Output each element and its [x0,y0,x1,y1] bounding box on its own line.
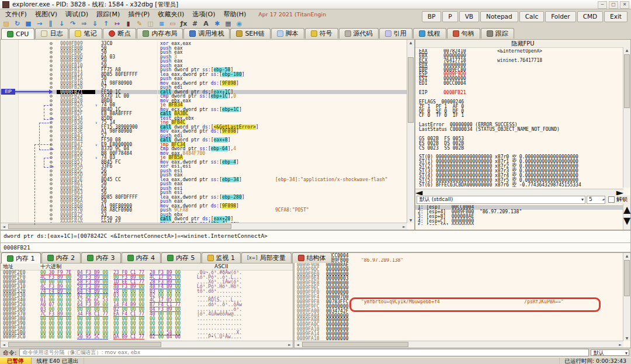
breakpoint-gutter[interactable] [1,81,57,86]
database-icon[interactable]: ◫ [146,19,155,28]
register-line[interactable]: LastStatus C0000034 (STATUS_OBJECT_NAME_… [419,127,622,132]
tab-handles[interactable]: 句柄 [447,28,480,39]
animate-over-icon[interactable]: ⇓ [91,19,99,28]
scroll-left-icon[interactable]: ◄ [1,224,7,228]
quick-button-p[interactable]: P [442,11,457,22]
disasm-vertical-scrollbar[interactable]: ▲ ▼ [407,40,414,223]
scroll-down-icon[interactable]: ▼ [623,335,630,341]
menu-item[interactable]: 调试(D) [61,10,92,19]
calculator-icon[interactable]: ▦ [224,19,233,28]
quick-button-calc[interactable]: Calc [519,11,544,22]
tab-watch1[interactable]: 监视 1 [202,252,241,263]
menu-item[interactable]: 收藏夹(I) [154,10,188,19]
tab-trace[interactable]: 跟踪 [481,28,514,39]
animate-into-icon[interactable]: ⇒ [79,19,88,28]
breakpoint-dot-icon[interactable] [50,86,53,89]
tab-references[interactable]: 引用 [379,28,412,39]
scroll-down-icon[interactable]: ▼ [407,217,414,223]
pause-icon[interactable]: ∥ [46,19,55,28]
stop-icon[interactable]: ■ [24,19,33,28]
stack-horizontal-scrollbar[interactable]: ◄ ► [294,341,623,348]
scroll-thumb[interactable] [302,342,408,347]
quick-button-exit[interactable]: Exit [604,11,627,22]
dump-horizontal-scrollbar[interactable]: ◄ ► [1,341,293,348]
register-line[interactable]: EIP0008FB21 [419,91,622,95]
breakpoint-gutter[interactable] [1,59,57,64]
breakpoint-gutter[interactable] [1,46,57,51]
tab-dump4[interactable]: 内存 4 [122,252,161,263]
menu-item[interactable]: 文件(F) [1,10,31,19]
memory-dump-panel[interactable]: 地址 十六进制 ASCII 00B9F2E000 30 F9 7E04 F3 B… [0,263,293,348]
trace-into-icon[interactable]: ↑ [102,19,110,28]
tab-struct[interactable]: 结构体 [292,252,332,263]
quick-button-cmd[interactable]: CMD [577,11,603,22]
close-icon[interactable]: ✕ [620,1,629,9]
maximize-icon[interactable]: ▢ [609,1,618,9]
registers-vertical-scrollbar[interactable]: ▲ [623,47,630,188]
patch-icon[interactable]: ✎ [135,19,144,28]
register-line[interactable]: EDI00CC0004 [419,81,622,86]
breakpoint-gutter[interactable] [1,55,57,60]
tab-notes[interactable]: 笔记 [69,28,102,39]
scroll-down-icon[interactable]: ▼ [623,215,630,226]
argument-count-stepper[interactable]: 5 [587,196,605,204]
scroll-up-icon[interactable]: ▲ [623,253,630,259]
quick-button-folder[interactable]: Folder [545,11,575,22]
tab-locals[interactable]: [x=]局部变量 [241,252,292,263]
scroll-right-icon[interactable]: ► [401,224,407,228]
eraser-icon[interactable]: ▭ [168,19,177,28]
disasm-horizontal-scrollbar[interactable]: ◄ ► [1,223,407,230]
tab-log[interactable]: 日志 [35,28,68,39]
memory-book-icon[interactable]: ▮ [124,19,133,28]
stack-view-icon[interactable]: ≡ [157,19,166,28]
tab-dump3[interactable]: 内存 3 [81,252,121,263]
menu-item[interactable]: 插件(P) [124,10,154,19]
tab-script[interactable]: 脚本 [271,28,304,39]
tab-dump5[interactable]: 内存 5 [161,252,201,263]
quick-button-bp[interactable]: BP [422,11,442,22]
stack-panel[interactable]: 00B9F9D000CC000400B9F9D400B9FB00"86.97.2… [294,252,631,348]
help-lamp-icon[interactable]: ◉ [235,19,244,28]
unlock-checkbox[interactable] [608,196,615,203]
breakpoint-gutter[interactable] [1,77,57,81]
font-size-icon[interactable]: A [202,19,210,28]
scroll-up-icon[interactable]: ▲ [623,47,630,53]
breakpoint-gutter[interactable] [1,64,57,68]
command-mode-select[interactable]: 默认 [591,349,629,356]
disassembly-panel[interactable]: ► ► ► EIP 0008FB0933C0xor eax,eax0008FB0… [0,39,415,230]
step-over-icon[interactable]: ↷ [68,19,77,28]
breakpoint-dot-icon[interactable] [50,73,53,76]
breakpoint-dot-icon[interactable] [50,68,53,71]
tab-callstack[interactable]: 调用堆栈 [183,28,230,39]
hash-icon[interactable]: # [190,19,199,28]
breakpoint-gutter[interactable] [1,50,57,55]
scroll-left-icon[interactable]: ◄ [1,342,7,346]
breakpoint-gutter[interactable] [1,99,57,103]
tab-threads[interactable]: 线程 [413,28,446,39]
menu-item[interactable]: 选项(O) [188,10,219,19]
open-folder-icon[interactable]: ▨ [2,19,11,28]
tab-cpu[interactable]: CPU [1,28,34,39]
scroll-up-icon[interactable]: ▲ [407,40,414,46]
tab-source[interactable]: 源代码 [339,28,379,39]
breakpoint-gutter[interactable] [1,94,57,99]
tab-seh[interactable]: SEH链 [230,28,270,39]
tab-symbols[interactable]: 符号 [305,28,338,39]
scroll-thumb[interactable] [408,57,414,123]
breakpoint-dot-icon[interactable] [50,47,53,50]
scroll-up-icon[interactable]: ▲ [623,204,630,215]
breakpoint-dot-icon[interactable] [50,77,53,80]
breakpoint-dot-icon[interactable] [50,56,53,58]
registers-panel[interactable]: 隐藏FPU EAX00782410<&InternetOpenA>EBX0000… [415,39,631,230]
scroll-thumb[interactable] [8,342,161,347]
breakpoint-gutter[interactable] [1,72,57,77]
run-to-user-code-icon[interactable]: ↦ [113,19,122,28]
scroll-thumb[interactable] [624,260,630,296]
quick-button-notepad[interactable]: Notepad [480,11,518,22]
calling-convention-select[interactable]: 默认 (stdcall) [417,196,585,204]
menu-item[interactable]: 视图(V) [31,10,61,19]
menu-item[interactable]: 帮助(H) [219,10,250,19]
scroll-thumb[interactable] [624,54,630,108]
fx-icon[interactable]: ƒx [179,19,188,28]
run-icon[interactable]: → [35,19,44,28]
